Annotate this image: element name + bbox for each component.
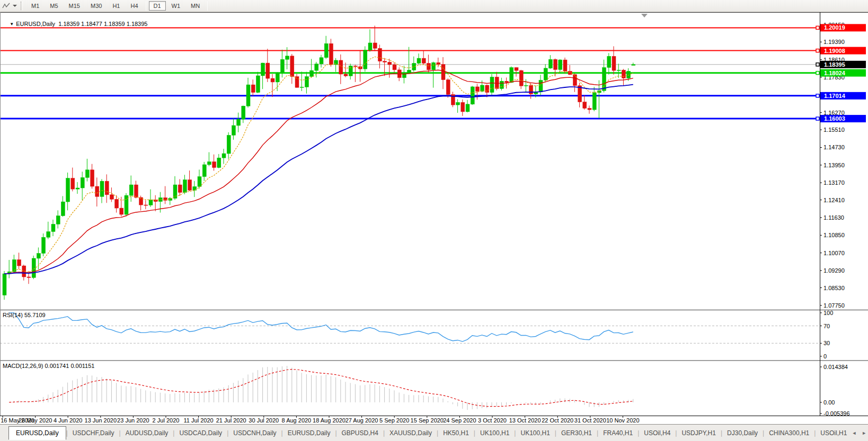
svg-text:1.17014: 1.17014 <box>824 93 846 99</box>
symbol-tabbar: EURUSD,Daily|USDCHF,Daily|AUDUSD,Daily|U… <box>0 424 868 441</box>
timeframe-button-m5[interactable]: M5 <box>45 1 63 11</box>
timeframe-button-d1[interactable]: D1 <box>149 1 166 11</box>
svg-text:-0.005396: -0.005396 <box>823 410 850 417</box>
svg-text:21 Jul 2020: 21 Jul 2020 <box>216 417 246 424</box>
svg-text:0.00: 0.00 <box>823 399 835 406</box>
svg-text:4 Jun 2020: 4 Jun 2020 <box>54 417 82 424</box>
svg-text:26 May 2020: 26 May 2020 <box>19 417 52 424</box>
svg-text:1.20019: 1.20019 <box>824 24 845 31</box>
svg-text:30 Jul 2020: 30 Jul 2020 <box>249 417 279 424</box>
symbol-period-label: EURUSD,Daily <box>16 21 55 27</box>
tab-eurusd-daily[interactable]: EURUSD,Daily <box>283 427 335 439</box>
svg-text:13 Jun 2020: 13 Jun 2020 <box>85 417 117 424</box>
svg-text:1.14730: 1.14730 <box>823 144 845 150</box>
svg-text:1.07750: 1.07750 <box>823 302 845 309</box>
tab-ger30-h1[interactable]: GER30,H1 <box>556 427 597 439</box>
svg-text:1.15510: 1.15510 <box>823 127 845 133</box>
svg-text:2 Jul 2020: 2 Jul 2020 <box>153 417 180 424</box>
toolbar-separator <box>146 1 146 11</box>
top-toolbar: M1M5M15M30H1H4D1W1MN <box>0 0 868 12</box>
macd-panel <box>4 366 633 410</box>
svg-text:1.13950: 1.13950 <box>823 162 845 168</box>
date-axis: 16 May 202026 May 20204 Jun 202013 Jun 2… <box>1 416 639 424</box>
svg-text:18 Aug 2020: 18 Aug 2020 <box>313 417 346 424</box>
dropdown-caret-icon[interactable] <box>13 5 17 7</box>
rsi-indicator-label: RSI(14) 55.7109 <box>3 312 46 318</box>
svg-text:1.18395: 1.18395 <box>824 61 845 68</box>
macd-indicator-label: MACD(12,26,9) 0.001741 0.001151 <box>3 363 94 369</box>
svg-text:1.08530: 1.08530 <box>823 285 845 291</box>
price-chart-svg[interactable]: 1.201501.193901.186101.178301.170501.162… <box>0 12 868 424</box>
tab-usoil-h4[interactable]: USOil,H4 <box>639 427 675 439</box>
rsi-panel <box>0 313 820 343</box>
chart-title: ▼EURUSD,Daily 1.18359 1.18477 1.18359 1.… <box>3 14 147 33</box>
tab-xauusd-daily[interactable]: XAUUSD,Daily <box>385 427 437 439</box>
zigzag-icon <box>2 2 11 10</box>
tab-usdcnh-daily[interactable]: USDCNH,Daily <box>228 427 281 439</box>
svg-text:0: 0 <box>823 353 827 359</box>
svg-text:1.16003: 1.16003 <box>824 115 845 122</box>
toolbar-separator <box>207 1 208 11</box>
svg-text:23 Jun 2020: 23 Jun 2020 <box>117 417 149 424</box>
tab-china300-h1[interactable]: CHINA300,H1 <box>764 427 814 439</box>
svg-text:24 Sep 2020: 24 Sep 2020 <box>443 417 476 424</box>
tab-usoil-h1[interactable]: USOil,H1 <box>816 427 852 439</box>
chart-canvas[interactable]: 1.201501.193901.186101.178301.170501.162… <box>0 12 868 426</box>
svg-text:15 Sep 2020: 15 Sep 2020 <box>411 417 444 424</box>
tabs-scroll-right-icon[interactable]: ► <box>862 430 866 436</box>
timeframe-button-h4[interactable]: H4 <box>126 1 143 11</box>
tab-dj30-daily[interactable]: DJ30,Daily <box>722 427 763 439</box>
chart-shift-marker <box>641 14 648 17</box>
timeframe-button-m15[interactable]: M15 <box>64 1 85 11</box>
svg-text:1.19390: 1.19390 <box>823 39 845 45</box>
toolbar-grip[interactable] <box>21 2 23 10</box>
chart-window[interactable]: ▼EURUSD,Daily 1.18359 1.18477 1.18359 1.… <box>0 12 868 424</box>
svg-text:10 Nov 2020: 10 Nov 2020 <box>606 417 639 424</box>
svg-text:70: 70 <box>823 323 830 329</box>
tab-uk100-h1[interactable]: UK100,H1 <box>475 427 514 439</box>
candles <box>3 26 635 300</box>
svg-text:8 Aug 2020: 8 Aug 2020 <box>282 417 312 424</box>
tab-uk100-h1[interactable]: UK100,H1 <box>516 427 554 439</box>
tab-gbpusd-h4[interactable]: GBPUSD,H4 <box>337 427 383 439</box>
collapse-triangle-icon[interactable]: ▼ <box>10 22 14 26</box>
svg-text:3 Oct 2020: 3 Oct 2020 <box>478 417 507 424</box>
svg-text:1.18024: 1.18024 <box>824 70 846 76</box>
timeframe-button-w1[interactable]: W1 <box>167 1 185 11</box>
svg-text:11 Jul 2020: 11 Jul 2020 <box>184 417 214 424</box>
svg-text:1.13170: 1.13170 <box>823 179 845 186</box>
svg-text:1.19008: 1.19008 <box>824 48 845 54</box>
ohlc-values: 1.18359 1.18477 1.18359 1.18395 <box>58 21 147 27</box>
svg-text:1.09290: 1.09290 <box>823 267 845 274</box>
tab-fra40-h1[interactable]: FRA40,H1 <box>598 427 637 439</box>
svg-text:0.014384: 0.014384 <box>823 364 848 370</box>
tab-hk50-h1[interactable]: HK50,H1 <box>438 427 474 439</box>
tab-audusd-daily[interactable]: AUDUSD,Daily <box>121 427 173 439</box>
timeframe-button-mn[interactable]: MN <box>186 1 205 11</box>
svg-text:30: 30 <box>823 340 830 346</box>
svg-text:1.16270: 1.16270 <box>823 110 845 116</box>
timeframe-button-m30[interactable]: M30 <box>86 1 107 11</box>
tab-usdchf-daily[interactable]: USDCHF,Daily <box>68 427 119 439</box>
tabs-scroll-left-icon[interactable]: ◄ <box>852 430 856 436</box>
svg-text:13 Oct 2020: 13 Oct 2020 <box>509 417 541 424</box>
svg-text:5 Sep 2020: 5 Sep 2020 <box>379 417 409 424</box>
chart-tool-icon[interactable] <box>2 2 12 10</box>
svg-text:1.11630: 1.11630 <box>823 214 844 221</box>
svg-text:31 Oct 2020: 31 Oct 2020 <box>574 417 606 424</box>
svg-text:1.12410: 1.12410 <box>823 197 845 203</box>
timeframe-button-h1[interactable]: H1 <box>108 1 125 11</box>
tab-usdjpy-h1[interactable]: USDJPY,H1 <box>677 427 720 439</box>
svg-text:100: 100 <box>823 310 833 316</box>
tab-usdcad-daily[interactable]: USDCAD,Daily <box>174 427 227 439</box>
svg-text:1.10070: 1.10070 <box>823 250 845 256</box>
svg-text:22 Oct 2020: 22 Oct 2020 <box>542 417 573 424</box>
timeframe-button-m1[interactable]: M1 <box>26 1 44 11</box>
svg-text:1.10850: 1.10850 <box>823 232 845 238</box>
svg-text:27 Aug 2020: 27 Aug 2020 <box>346 417 378 424</box>
tab-eurusd-daily[interactable]: EURUSD,Daily <box>8 426 66 440</box>
